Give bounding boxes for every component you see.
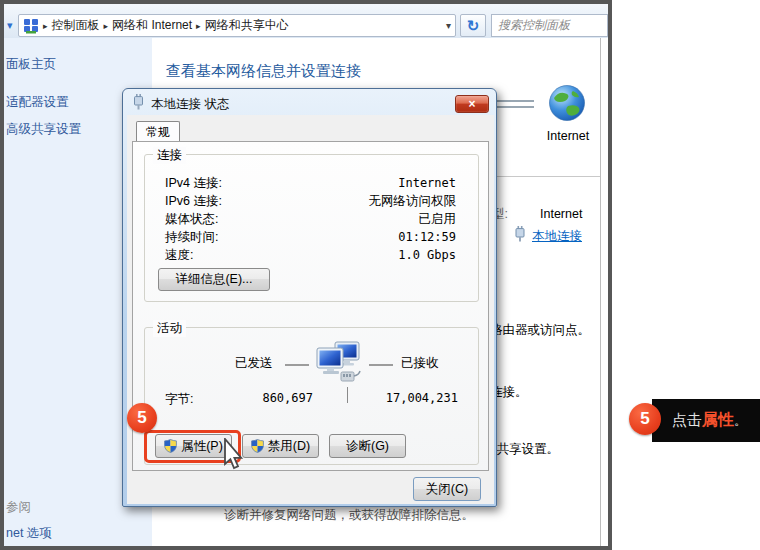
search-placeholder: 搜索控制面板 [498,17,570,34]
annotation-punctuation: 。 [734,412,747,430]
sidebar-see-also-heading: 参阅 [6,501,31,514]
dialog-ethernet-icon [132,94,145,110]
text-fragment-router: 路由器或访问点。 [490,324,590,337]
annotation-text: 点击 [672,411,702,430]
speed-label: 速度: [165,247,193,264]
page-title: 查看基本网络信息并设置连接 [166,62,361,81]
bytes-label: 字节: [165,391,193,408]
disable-button[interactable]: 禁用(D) [242,434,319,458]
received-label: 已接收 [401,355,439,372]
address-bar: ▾ ▸ 控制面板 ▸ 网络和 Internet ▸ 网络和共享中心 ▾ ↻ [4,4,608,38]
ipv4-value: Internet [398,176,456,190]
breadcrumb-arrow-icon: ▸ [43,21,48,31]
duration-value: 01:12:59 [398,230,456,244]
ipv4-label: IPv4 连接: [165,175,222,192]
media-state-value: 已启用 [419,211,457,228]
tab-general[interactable]: 常规 [136,121,180,142]
refresh-button[interactable]: ↻ [460,14,486,37]
sidebar-item-home[interactable]: 面板主页 [6,58,56,71]
details-button[interactable]: 详细信息(E)... [158,268,270,291]
mouse-cursor-icon [224,438,246,470]
network-icon [23,18,39,34]
activity-group-label: 活动 [153,320,186,337]
ipv6-value: 无网络访问权限 [369,193,457,210]
media-state-label: 媒体状态: [165,211,218,228]
sidebar-item-internet-options[interactable]: net 选项 [6,527,52,540]
annotation-step-badge: 5 [629,403,661,435]
close-button[interactable]: 关闭(C) [413,477,481,501]
sidebar-item-advanced-sharing[interactable]: 高级共享设置 [6,123,81,136]
network-map-line [494,100,534,102]
close-icon[interactable]: × [455,95,489,113]
breadcrumb-item-network-sharing-center[interactable]: 网络和共享中心 [205,17,289,34]
received-connector-line [369,364,393,366]
explorer-window: ▾ ▸ 控制面板 ▸ 网络和 Internet ▸ 网络和共享中心 ▾ ↻ [0,0,612,550]
step-badge: 5 [127,403,157,433]
duration-label: 持续时间: [165,229,218,246]
sent-bytes-value: 860,697 [231,391,313,405]
tab-page: 连接 IPv4 连接: Internet IPv6 连接: 无网络访问权限 媒体… [132,141,489,471]
troubleshoot-description: 诊断并修复网络问题，或获得故障排除信息。 [224,509,474,522]
content-right-edge [600,38,601,546]
computers-icon [315,340,361,386]
internet-globe-icon [548,84,586,122]
screenshot-root: ▾ ▸ 控制面板 ▸ 网络和 Internet ▸ 网络和共享中心 ▾ ↻ [0,0,760,550]
received-bytes-value: 17,004,231 [363,391,458,405]
uac-shield-icon [251,439,264,453]
internet-node-label: Internet [540,130,596,143]
active-network-divider [497,176,600,177]
annotation-highlight-text: 属性 [702,410,734,431]
sent-label: 已发送 [235,355,273,372]
bytes-divider [347,387,348,403]
network-map-line [494,106,534,108]
dialog-title: 本地连接 状态 [151,96,229,113]
search-input[interactable]: 搜索控制面板 [491,14,608,37]
annotation-callout: 点击属性。 [652,399,760,442]
breadcrumb-item-network-internet[interactable]: 网络和 Internet [112,17,192,34]
speed-value: 1.0 Gbps [398,248,456,262]
connection-group-label: 连接 [153,147,186,164]
sent-connector-line [285,364,309,366]
access-type-value: Internet [540,208,582,221]
breadcrumb-arrow-icon: ▸ [196,21,201,31]
local-connection-link[interactable]: 本地连接 [532,230,582,243]
local-connection-status-dialog: 本地连接 状态 × 常规 连接 IPv4 连接: Internet IPv6 连… [122,88,497,507]
breadcrumb-item-control-panel[interactable]: 控制面板 [52,17,100,34]
diagnose-button[interactable]: 诊断(G) [329,434,406,458]
connection-group: 连接 IPv4 连接: Internet IPv6 连接: 无网络访问权限 媒体… [144,154,479,302]
breadcrumb-dropdown-icon[interactable]: ▾ [446,20,451,31]
breadcrumb[interactable]: ▸ 控制面板 ▸ 网络和 Internet ▸ 网络和共享中心 ▾ [18,14,456,37]
sidebar-item-adapter-settings[interactable]: 适配器设置 [6,96,69,109]
window-menu-arrow-icon[interactable]: ▾ [7,19,13,32]
ethernet-plug-icon [514,226,526,242]
breadcrumb-arrow-icon: ▸ [104,21,109,31]
ipv6-label: IPv6 连接: [165,193,222,210]
